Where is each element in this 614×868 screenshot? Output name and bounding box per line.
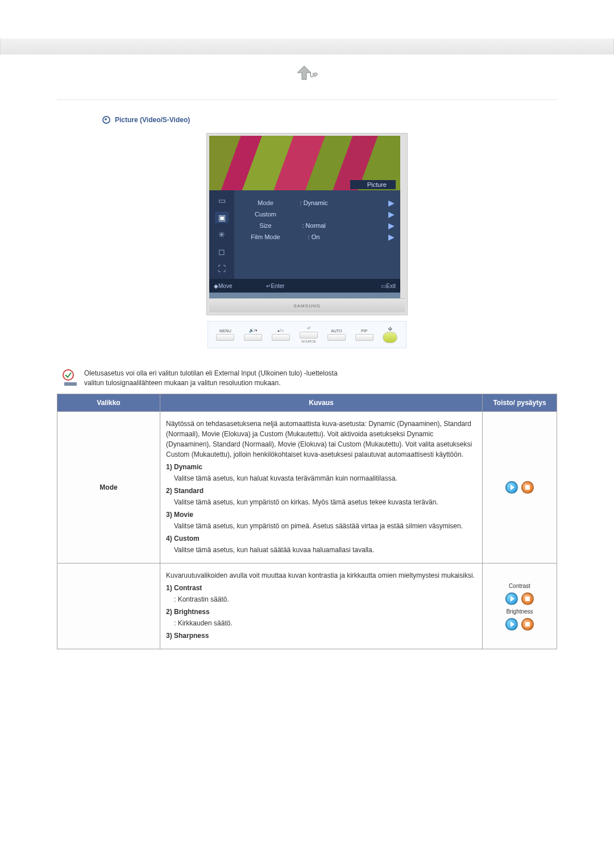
th-desc: Kuvaus (160, 394, 483, 412)
stop-icon[interactable] (521, 481, 534, 494)
cell-menu (57, 564, 160, 649)
vol-button: 🔊/▾ (244, 328, 262, 341)
section-title: Picture (Video/S-Video) (115, 116, 190, 124)
pip-button: PIP (355, 329, 374, 341)
osd-navbar: ◆Move ↵Enter ▭Exit (209, 279, 400, 293)
bright-button: ▴/☼ (272, 328, 290, 341)
osd-category-icons: ▭ ▣ ✳ ◻ ⛶ (209, 190, 234, 279)
cell-desc: Kuvaruutuvalikoiden avulla voit muuttaa … (160, 564, 483, 649)
osd-row-label: Custom (240, 211, 291, 218)
auto-button: AUTO (327, 329, 346, 341)
picture-icon: ▣ (215, 212, 229, 223)
play-icon[interactable] (505, 592, 518, 605)
chevron-right-icon: ▶ (388, 232, 395, 241)
divider (57, 99, 557, 100)
cell-menu: Mode (57, 412, 160, 564)
osd-row-label: Film Mode (240, 233, 291, 240)
monitor-osd-screenshot: Picture ▭ ▣ ✳ ◻ ⛶ Mode : Dynamic ▶ (206, 133, 408, 315)
osd-panel-label: Picture (362, 180, 392, 189)
osd-row-value: : Normal (291, 222, 337, 229)
setup-icon: ⛶ (215, 263, 229, 274)
th-menu: Valikko (57, 394, 160, 412)
settings-table: Valikko Kuvaus Toisto/ pysäytys Mode Näy… (57, 394, 557, 649)
brightness-icon: ✳ (215, 229, 229, 240)
top-toolbar (0, 39, 614, 55)
chevron-right-icon: ▶ (388, 210, 395, 219)
pip-icon: ◻ (215, 246, 229, 257)
play-icon[interactable] (505, 618, 518, 631)
osd-menu-list: Mode : Dynamic ▶ Custom ▶ Size : Normal (234, 190, 400, 279)
th-play: Toisto/ pysäytys (483, 394, 557, 412)
cell-play: Contrast Brightness (483, 564, 557, 649)
play-label: Contrast (509, 582, 530, 590)
osd-row: Size : Normal ▶ (240, 220, 395, 231)
monitor-front-buttons: MENU 🔊/▾ ▴/☼ ⏎ SOURCE AUTO PIP ⏻ (208, 321, 406, 348)
chevron-right-icon: ▶ (388, 221, 395, 230)
play-label: Brightness (506, 607, 533, 616)
osd-row-value: : On (291, 233, 337, 240)
svg-marker-0 (297, 66, 311, 80)
nav-exit: Exit (386, 283, 396, 289)
monitor-bezel: SAMSUNG (209, 298, 405, 312)
play-icon[interactable] (505, 481, 518, 494)
svg-text:UP: UP (310, 72, 318, 78)
stop-icon[interactable] (521, 618, 534, 631)
osd-row: Film Mode : On ▶ (240, 231, 395, 243)
osd-row-value: : Dynamic (291, 199, 337, 206)
osd-row-label: Mode (240, 199, 291, 206)
note-text: Oletusasetus voi olla eri valitun tuloti… (84, 369, 557, 388)
table-row: Kuvaruutuvalikoiden avulla voit muuttaa … (57, 564, 557, 649)
osd-row-label: Size (240, 222, 291, 229)
table-row: Mode Näytössä on tehdasasetuksena neljä … (57, 412, 557, 564)
menu-button: MENU (216, 329, 234, 341)
nav-enter: Enter (271, 283, 284, 289)
svg-point-2 (63, 370, 73, 380)
cell-play (483, 412, 557, 564)
cell-desc: Näytössä on tehdasasetuksena neljä autom… (160, 412, 483, 564)
osd-row: Custom ▶ (240, 208, 395, 220)
up-icon[interactable]: UP (292, 62, 322, 83)
chevron-right-icon: ▶ (388, 198, 395, 207)
source-button: ⏎ SOURCE (300, 326, 318, 343)
osd-row: Mode : Dynamic ▶ (240, 197, 395, 208)
bullet-icon (102, 116, 110, 124)
monitor-brand: SAMSUNG (293, 303, 320, 308)
note-icon (57, 369, 84, 388)
stop-icon[interactable] (521, 592, 534, 605)
input-icon: ▭ (215, 195, 229, 206)
svg-rect-3 (64, 382, 77, 386)
nav-move: Move (218, 283, 232, 289)
power-button: ⏻ (383, 327, 397, 343)
